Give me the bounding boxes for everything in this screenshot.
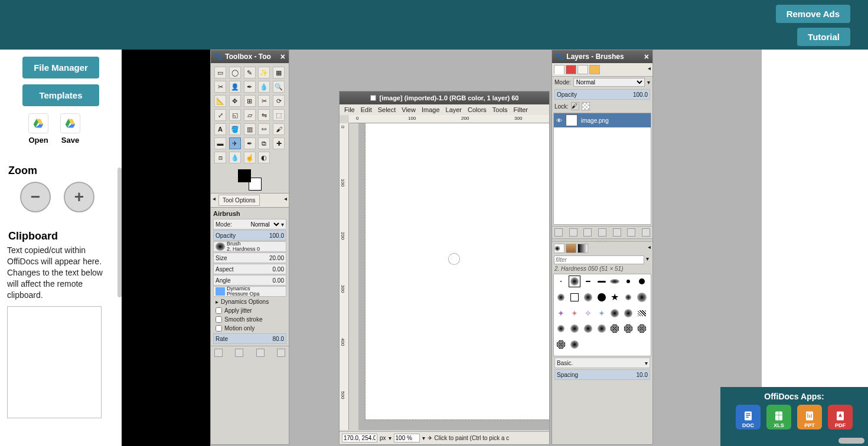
dropdown-icon[interactable]: ▾: [644, 255, 651, 264]
close-icon[interactable]: ×: [644, 52, 649, 61]
templates-button[interactable]: Templates: [22, 84, 99, 106]
tool-free-select[interactable]: ✎: [244, 67, 256, 78]
toolbox-title-bar[interactable]: 🐾 Toolbox - Too ×: [211, 50, 289, 63]
tool-perspective[interactable]: ▱: [244, 109, 256, 121]
brush-item[interactable]: ★: [609, 292, 620, 303]
apps-scrollbar[interactable]: [838, 438, 864, 444]
zoom-out-button[interactable]: −: [20, 182, 51, 212]
dock-menu-icon[interactable]: ◂: [648, 244, 651, 253]
brush-item[interactable]: [623, 276, 634, 287]
menu-colors[interactable]: Colors: [468, 106, 487, 113]
brush-item[interactable]: [583, 323, 593, 334]
tool-bucket[interactable]: 🪣: [229, 123, 241, 135]
brush-item[interactable]: [623, 292, 634, 303]
layer-opacity-slider[interactable]: Opacity 100.0: [554, 89, 650, 100]
brush-item[interactable]: [609, 276, 620, 287]
scrollbar[interactable]: [118, 168, 122, 297]
tool-rotate[interactable]: ⟳: [273, 95, 285, 107]
dropdown-icon[interactable]: ▾: [422, 435, 425, 441]
file-manager-button[interactable]: File Manager: [22, 57, 99, 78]
layer-group-icon[interactable]: [569, 228, 577, 237]
fg-bg-color[interactable]: [238, 169, 262, 191]
brush-item[interactable]: [609, 323, 620, 334]
dynamics-row[interactable]: Dynamics Pressure Opa: [213, 286, 286, 297]
rate-slider[interactable]: Rate 80.0: [213, 333, 286, 344]
menu-select[interactable]: Select: [378, 106, 396, 113]
brush-item[interactable]: [596, 276, 607, 287]
dropdown-icon[interactable]: ▾: [281, 221, 284, 228]
image-title-bar[interactable]: [image] (imported)-1.0 (RGB color, 1 lay…: [340, 91, 549, 104]
tool-ink[interactable]: ✒: [244, 137, 256, 149]
lock-alpha-icon[interactable]: [582, 102, 590, 110]
brush-item[interactable]: [596, 292, 607, 303]
close-icon[interactable]: ×: [280, 52, 285, 61]
zoom-in-button[interactable]: +: [64, 182, 94, 212]
tool-align[interactable]: ⊞: [244, 95, 256, 107]
duplicate-layer-icon[interactable]: [613, 228, 621, 237]
layers-title-bar[interactable]: 🐾 Layers - Brushes ×: [552, 50, 652, 63]
tool-crop[interactable]: ✂: [258, 95, 270, 107]
size-slider[interactable]: Size 20.00: [213, 252, 286, 263]
brush-item[interactable]: ✦: [569, 308, 580, 319]
brush-item[interactable]: [569, 323, 580, 334]
menu-filters[interactable]: Filter: [514, 106, 528, 113]
tool-flip[interactable]: ⇋: [258, 109, 270, 121]
restore-preset-icon[interactable]: [235, 349, 243, 357]
tutorial-button[interactable]: Tutorial: [797, 28, 850, 46]
tab-channels[interactable]: [566, 65, 576, 74]
menu-edit[interactable]: Edit: [361, 106, 372, 113]
brush-item[interactable]: [623, 323, 634, 334]
brush-item[interactable]: ✦: [596, 308, 607, 319]
tool-options-tab[interactable]: Tool Options: [218, 195, 260, 206]
tab-layers[interactable]: [554, 65, 564, 74]
brush-item[interactable]: [596, 323, 607, 334]
brush-item[interactable]: [569, 276, 580, 287]
delete-layer-icon[interactable]: [642, 228, 650, 237]
dock-menu-arrow-icon[interactable]: ◂: [282, 194, 289, 207]
lower-layer-icon[interactable]: [598, 228, 606, 237]
tab-patterns[interactable]: [566, 244, 576, 253]
menu-layer[interactable]: Layer: [446, 106, 462, 113]
tool-dodge[interactable]: ◐: [258, 152, 270, 163]
dropdown-icon[interactable]: ▾: [647, 79, 650, 86]
app-doc[interactable]: DOC: [736, 405, 761, 429]
app-pdf[interactable]: PDF: [828, 405, 853, 429]
tool-ellipse-select[interactable]: ◯: [229, 67, 241, 78]
save-preset-icon[interactable]: [214, 349, 223, 357]
angle-slider[interactable]: Angle 0.00: [213, 275, 286, 286]
brush-item[interactable]: [609, 308, 620, 319]
tool-cage[interactable]: ⬚: [273, 109, 285, 121]
brush-item[interactable]: [583, 276, 593, 287]
tool-blend[interactable]: ▥: [244, 123, 256, 135]
clipboard-textarea[interactable]: [7, 306, 102, 418]
brush-preset-row[interactable]: Basic. ▾: [554, 358, 650, 368]
dropdown-icon[interactable]: ▾: [389, 435, 391, 441]
brush-row[interactable]: Brush 2. Hardness 0: [213, 241, 286, 252]
tool-move[interactable]: ✥: [229, 95, 241, 107]
tool-eraser[interactable]: ▬: [214, 137, 226, 149]
tool-heal[interactable]: ✚: [273, 137, 285, 149]
tool-zoom[interactable]: 🔍: [273, 81, 285, 93]
tool-rect-select[interactable]: ▭: [214, 67, 226, 78]
delete-preset-icon[interactable]: [256, 349, 265, 357]
tool-paintbrush[interactable]: 🖌: [273, 123, 285, 135]
tab-paths[interactable]: [577, 65, 588, 74]
brush-filter-input[interactable]: [554, 255, 644, 264]
tool-color-picker[interactable]: 💧: [258, 81, 270, 93]
brush-item[interactable]: [556, 292, 566, 303]
tool-paths[interactable]: ✒: [244, 81, 256, 93]
menu-tools[interactable]: Tools: [492, 106, 508, 113]
spacing-slider[interactable]: Spacing 10.0: [554, 369, 650, 380]
status-zoom[interactable]: [394, 434, 420, 442]
reset-preset-icon[interactable]: [277, 349, 285, 357]
remove-ads-button[interactable]: Remove Ads: [776, 5, 850, 23]
canvas[interactable]: [366, 123, 549, 419]
brush-item[interactable]: [556, 323, 566, 334]
aspect-slider[interactable]: Aspect 0.00: [213, 264, 286, 274]
status-unit[interactable]: px: [380, 435, 386, 441]
tab-undo[interactable]: [589, 65, 600, 74]
anchor-layer-icon[interactable]: [627, 228, 635, 237]
menu-file[interactable]: File: [344, 106, 355, 113]
tool-clone[interactable]: ⧉: [258, 137, 270, 149]
brush-item[interactable]: [623, 308, 634, 319]
